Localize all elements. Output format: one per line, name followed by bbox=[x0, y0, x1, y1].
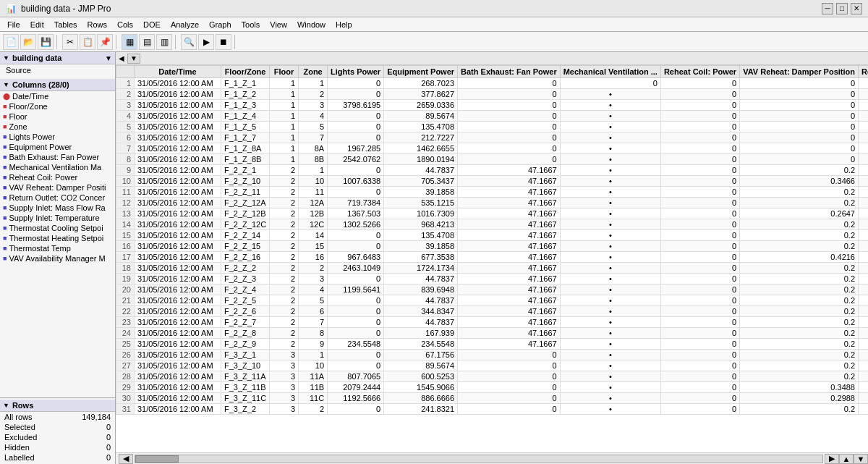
menu-tools[interactable]: Tools bbox=[237, 20, 265, 30]
column-item-1[interactable]: ■Floor/Zone bbox=[0, 101, 115, 111]
col-header-equip[interactable]: Equipment Power bbox=[384, 66, 458, 78]
table-row[interactable]: 2931/05/2016 12:00 AMF_3_Z_11B311B2079.2… bbox=[116, 382, 869, 393]
col-header-vavdamper[interactable]: VAV Reheat: Damper Position bbox=[740, 66, 859, 78]
table-row[interactable]: 2731/05/2016 12:00 AMF_3_Z_10310089.5674… bbox=[116, 360, 869, 371]
column-item-15[interactable]: ■Thermostat Temp bbox=[0, 243, 115, 253]
table-row[interactable]: 1631/05/2016 12:00 AMF_2_Z_15215039.1858… bbox=[116, 241, 869, 252]
table-row[interactable]: 331/05/2016 12:00 AMF_1_Z_3133798.619526… bbox=[116, 100, 869, 111]
table-row[interactable]: 1331/05/2016 12:00 AMF_2_Z_12B212B1367.5… bbox=[116, 208, 869, 219]
table-row[interactable]: 931/05/2016 12:00 AMF_2_Z_121044.783747.… bbox=[116, 165, 869, 176]
table-row[interactable]: 731/05/2016 12:00 AMF_1_Z_8A18A1967.2851… bbox=[116, 143, 869, 154]
menu-rows[interactable]: Rows bbox=[83, 20, 112, 30]
save-button[interactable]: 💾 bbox=[38, 34, 54, 50]
filter-indicator[interactable]: ▼ bbox=[127, 54, 140, 64]
menu-graph[interactable]: Graph bbox=[205, 20, 236, 30]
copy-button[interactable]: 📋 bbox=[80, 34, 95, 50]
zoom-button[interactable]: 🔍 bbox=[181, 34, 197, 50]
table-row[interactable]: 1231/05/2016 12:00 AMF_2_Z_12A212A719.73… bbox=[116, 198, 869, 208]
rows-collapse-arrow[interactable]: ▼ bbox=[3, 402, 9, 409]
col-header-mechvent[interactable]: Mechanical Ventilation ... bbox=[560, 66, 660, 78]
table-row[interactable]: 3031/05/2016 12:00 AMF_3_Z_11C311C1192.5… bbox=[116, 393, 869, 404]
menu-file[interactable]: File bbox=[3, 20, 25, 30]
scroll-down-button[interactable]: ▼ bbox=[854, 454, 868, 464]
table-row[interactable]: 1131/05/2016 12:00 AMF_2_Z_11211039.1858… bbox=[116, 187, 869, 198]
column-item-5[interactable]: ■Equipment Power bbox=[0, 142, 115, 152]
source-item[interactable]: Source bbox=[0, 64, 115, 76]
column-item-7[interactable]: ■Mechanical Ventilation Ma bbox=[0, 162, 115, 172]
table-row[interactable]: 2431/05/2016 12:00 AMF_2_Z_8280167.93947… bbox=[116, 328, 869, 339]
column-item-17[interactable]: ■VAV SYS Supply Fan: Fan Po bbox=[0, 263, 115, 265]
col-header-reheat[interactable]: Reheat Coil: Power bbox=[660, 66, 739, 78]
menu-cols[interactable]: Cols bbox=[113, 20, 137, 30]
table-row[interactable]: 2531/05/2016 12:00 AMF_2_Z_929234.554823… bbox=[116, 339, 869, 350]
table-row[interactable]: 1431/05/2016 12:00 AMF_2_Z_12C212C1302.5… bbox=[116, 219, 869, 230]
table-row[interactable]: 2231/05/2016 12:00 AMF_2_Z_6260344.83474… bbox=[116, 306, 869, 317]
new-button[interactable]: 📄 bbox=[3, 34, 19, 50]
col-header-bathfan[interactable]: Bath Exhaust: Fan Power bbox=[458, 66, 561, 78]
run-button[interactable]: ▶ bbox=[198, 34, 214, 50]
table-row[interactable]: 2131/05/2016 12:00 AMF_2_Z_525044.783747… bbox=[116, 295, 869, 306]
table-row[interactable]: 231/05/2016 12:00 AMF_1_Z_2120377.86270•… bbox=[116, 89, 869, 100]
column-item-14[interactable]: ■Thermostat Heating Setpoi bbox=[0, 233, 115, 243]
table-row[interactable]: 831/05/2016 12:00 AMF_1_Z_8B18B2542.0762… bbox=[116, 154, 869, 165]
table-row[interactable]: 2331/05/2016 12:00 AMF_2_Z_727044.783747… bbox=[116, 317, 869, 328]
column-item-8[interactable]: ■Reheat Coil: Power bbox=[0, 172, 115, 182]
grid-wrapper[interactable]: Date/TimeFloor/ZoneFloorZoneLights Power… bbox=[116, 65, 868, 452]
horizontal-scrollbar[interactable] bbox=[135, 455, 823, 463]
scroll-thumb[interactable] bbox=[135, 455, 179, 463]
table-row[interactable]: 2031/05/2016 12:00 AMF_2_Z_4241199.56418… bbox=[116, 284, 869, 295]
menu-view[interactable]: View bbox=[265, 20, 292, 30]
tables-collapse-arrow[interactable]: ▼ bbox=[3, 54, 9, 62]
filter-prev-button[interactable]: ◀ bbox=[119, 54, 124, 62]
table-row[interactable]: 1531/05/2016 12:00 AMF_2_Z_142140135.470… bbox=[116, 230, 869, 241]
minimize-button[interactable]: ─ bbox=[822, 3, 833, 14]
stop-button[interactable]: ⏹ bbox=[216, 34, 231, 50]
bottom-scrollbar[interactable]: ◀ ▶ ▲ ▼ bbox=[116, 452, 868, 464]
table-row[interactable]: 1031/05/2016 12:00 AMF_2_Z_102101007.633… bbox=[116, 176, 869, 187]
column-item-11[interactable]: ■Supply Inlet: Mass Flow Ra bbox=[0, 203, 115, 213]
column-item-12[interactable]: ■Supply Inlet: Temperature bbox=[0, 213, 115, 223]
col-header-floorzone[interactable]: Floor/Zone bbox=[221, 66, 270, 78]
scroll-up-button[interactable]: ▲ bbox=[839, 454, 854, 464]
grid-view-button[interactable]: ▦ bbox=[122, 34, 137, 50]
menu-analyze[interactable]: Analyze bbox=[166, 20, 203, 30]
open-button[interactable]: 📂 bbox=[20, 34, 36, 50]
table-row[interactable]: 631/05/2016 12:00 AMF_1_Z_7170212.72270•… bbox=[116, 132, 869, 143]
column-view-button[interactable]: ▥ bbox=[156, 34, 172, 50]
column-item-6[interactable]: ■Bath Exhaust: Fan Power bbox=[0, 152, 115, 162]
table-row[interactable]: 131/05/2016 12:00 AMF_1_Z_1110268.702300… bbox=[116, 78, 869, 89]
scroll-right-button[interactable]: ▶ bbox=[825, 454, 839, 464]
table-row[interactable]: 2831/05/2016 12:00 AMF_3_Z_11A311A807.70… bbox=[116, 371, 869, 382]
table-row[interactable]: 1931/05/2016 12:00 AMF_2_Z_323044.783747… bbox=[116, 274, 869, 284]
table-row[interactable]: 2631/05/2016 12:00 AMF_3_Z_131067.17560•… bbox=[116, 350, 869, 360]
cut-button[interactable]: ✂ bbox=[62, 34, 78, 50]
menu-window[interactable]: Window bbox=[293, 20, 330, 30]
column-item-3[interactable]: ■Zone bbox=[0, 122, 115, 132]
table-row[interactable]: 3131/05/2016 12:00 AMF_3_Z_2320241.83210… bbox=[116, 404, 869, 415]
tables-menu-icon[interactable]: ▼ bbox=[105, 54, 112, 62]
col-header-datetime[interactable]: Date/Time bbox=[135, 66, 221, 78]
paste-button[interactable]: 📌 bbox=[97, 34, 113, 50]
columns-collapse-arrow[interactable]: ▼ bbox=[3, 81, 9, 88]
column-item-2[interactable]: ■Floor bbox=[0, 111, 115, 122]
column-item-13[interactable]: ■Thermostat Cooling Setpoi bbox=[0, 223, 115, 233]
col-header-lights[interactable]: Lights Power bbox=[328, 66, 384, 78]
table-row[interactable]: 431/05/2016 12:00 AMF_1_Z_414089.56740•0… bbox=[116, 111, 869, 122]
table-row[interactable]: 531/05/2016 12:00 AMF_1_Z_5150135.47080•… bbox=[116, 122, 869, 132]
scroll-left-button[interactable]: ◀ bbox=[119, 454, 133, 464]
column-item-16[interactable]: ■VAV Availability Manager M bbox=[0, 253, 115, 263]
column-item-9[interactable]: ■VAV Reheat: Damper Positi bbox=[0, 182, 115, 193]
column-item-10[interactable]: ■Return Outlet: CO2 Concer bbox=[0, 193, 115, 203]
col-header-rownum[interactable] bbox=[116, 66, 135, 78]
menu-edit[interactable]: Edit bbox=[26, 20, 48, 30]
menu-help[interactable]: Help bbox=[331, 20, 357, 30]
column-item-0[interactable]: ⬤Date/Time bbox=[0, 91, 115, 101]
menu-doe[interactable]: DOE bbox=[139, 20, 165, 30]
close-button[interactable]: ✕ bbox=[851, 3, 862, 14]
col-header-returnco2[interactable]: Return Outlet: CO Concentration bbox=[859, 66, 869, 78]
maximize-button[interactable]: □ bbox=[836, 3, 848, 14]
menu-tables[interactable]: Tables bbox=[50, 20, 82, 30]
table-row[interactable]: 1731/05/2016 12:00 AMF_2_Z_16216967.6483… bbox=[116, 252, 869, 263]
table-row[interactable]: 1831/05/2016 12:00 AMF_2_Z_2222463.10491… bbox=[116, 263, 869, 274]
list-view-button[interactable]: ▤ bbox=[139, 34, 155, 50]
